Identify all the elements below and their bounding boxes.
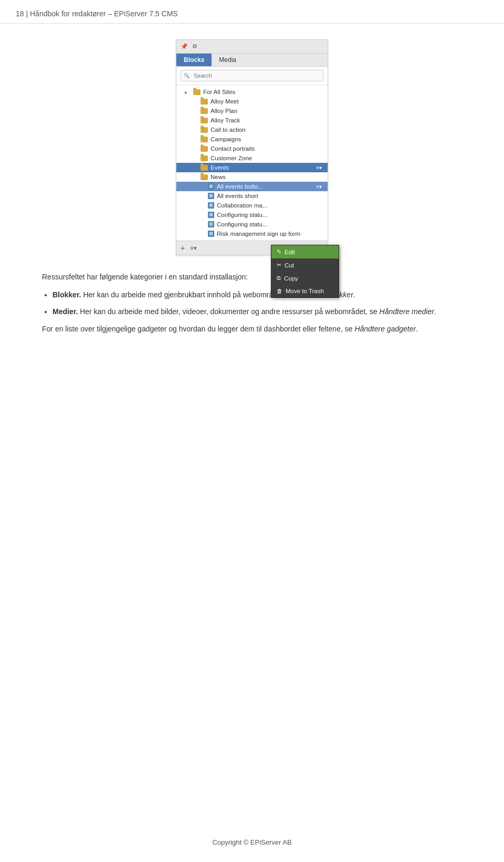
folder-icon (201, 137, 208, 142)
item-label: All events short (217, 193, 258, 199)
block-icon (208, 212, 214, 218)
context-menu-copy[interactable]: ⧉ Copy (271, 272, 339, 285)
context-edit-label: Edit (285, 249, 295, 255)
menu-button[interactable]: ≡▾ (190, 245, 196, 252)
tree-all-events-button[interactable]: All events butto... ≡▾ (176, 182, 328, 191)
cms-search-area (176, 67, 328, 85)
extra-italic: Håndtere gadgeter (354, 325, 416, 333)
folder-icon (201, 174, 208, 180)
tree-call-to-action[interactable]: Call to action (176, 125, 328, 134)
item-label: Contact portraits (211, 146, 255, 152)
context-menu: ✎ Edit ✂ Cut ⧉ Copy 🗑 Move to Trash (271, 245, 339, 298)
context-menu-trash[interactable]: 🗑 Move to Trash (271, 285, 339, 297)
folder-icon (201, 165, 208, 171)
page-footer: Copyright © EPiServer AB (0, 838, 504, 846)
item-label: Alloy Track (211, 117, 240, 123)
tree-configuring-1[interactable]: Configuring statu... (176, 210, 328, 220)
search-input[interactable] (181, 70, 323, 81)
item-label: Customer Zone (211, 155, 252, 161)
cut-icon: ✂ (277, 262, 281, 268)
page-title: 18 | Håndbok for redaktører – EPiServer … (16, 9, 178, 18)
page-header: 18 | Håndbok for redaktører – EPiServer … (0, 0, 504, 24)
folder-icon (201, 108, 208, 114)
expand-icon: ▸ (192, 165, 200, 171)
item-label: Risk management sign up form (217, 231, 300, 237)
block-icon (208, 231, 214, 237)
tree-alloy-track[interactable]: Alloy Track (176, 116, 328, 125)
tree-events[interactable]: ▸ Events ≡▾ (176, 163, 328, 172)
block-icon (208, 183, 214, 190)
cms-screenshot: 📌 ⚙ Blocks Media ▸ For All Sites (176, 39, 328, 255)
expand-icon: ▸ (185, 89, 192, 95)
item-label: Alloy Plan (211, 108, 237, 114)
tree-menu-btn[interactable]: ≡▾ (314, 184, 323, 190)
edit-icon: ✎ (277, 248, 281, 255)
tab-media[interactable]: Media (212, 54, 244, 66)
item-label: Configuring statu... (217, 212, 268, 218)
tree-alloy-meet[interactable]: Alloy Meet (176, 97, 328, 106)
gear-icon: ⚙ (192, 43, 197, 50)
search-wrapper (181, 70, 323, 81)
block-icon (208, 193, 214, 199)
folder-icon (201, 155, 208, 161)
tree-campaigns[interactable]: Campaigns (176, 134, 328, 144)
tree-configuring-2[interactable]: Configuring statu... (176, 220, 328, 229)
tree-news[interactable]: News (176, 172, 328, 182)
main-content: 📌 ⚙ Blocks Media ▸ For All Sites (0, 24, 504, 351)
add-button[interactable]: + (181, 244, 185, 252)
folder-icon (201, 99, 208, 105)
pin-icon: 📌 (181, 43, 188, 50)
folder-icon (201, 118, 208, 123)
copy-icon: ⧉ (277, 275, 281, 282)
tree-root[interactable]: ▸ For All Sites (176, 87, 328, 97)
context-copy-label: Copy (284, 275, 298, 282)
medier-italic: Håndtere medier (380, 307, 434, 316)
root-label: For All Sites (203, 89, 235, 95)
item-label: Alloy Meet (211, 98, 239, 105)
block-icon (208, 221, 214, 227)
tree-alloy-plan[interactable]: Alloy Plan (176, 106, 328, 116)
extra-text: For en liste over tilgjengelige gadgeter… (42, 325, 354, 333)
tree-menu-btn[interactable]: ≡▾ (314, 165, 323, 171)
item-label: All events butto... (217, 183, 263, 190)
bullet-list: Blokker. Her kan du arbeide med gjenbruk… (52, 289, 462, 318)
tree-all-events-short[interactable]: All events short (176, 191, 328, 201)
blokker-text: Her kan du arbeide med gjenbrukbart innh… (83, 290, 297, 299)
blokker-bold: Blokker. (52, 290, 81, 299)
list-item-medier: Medier. Her kan du arbeide med bilder, v… (52, 306, 462, 318)
trash-icon: 🗑 (277, 288, 282, 294)
item-label: Events (211, 164, 229, 171)
intro-paragraph: Ressursfeltet har følgende kategorier i … (42, 271, 462, 284)
root-folder-icon (193, 89, 201, 95)
item-label: Campaigns (211, 136, 241, 142)
item-label: Collaboration ma... (217, 202, 268, 209)
folder-icon (201, 146, 208, 152)
cms-tabs: Blocks Media (176, 54, 328, 67)
extra-paragraph: For en liste over tilgjengelige gadgeter… (42, 323, 462, 336)
tree-contact-portraits[interactable]: Contact portraits (176, 144, 328, 153)
context-menu-cut[interactable]: ✂ Cut (271, 258, 339, 272)
block-icon (208, 202, 214, 209)
cms-toolbar: 📌 ⚙ (176, 40, 328, 54)
context-cut-label: Cut (285, 262, 294, 268)
folder-icon (201, 127, 208, 133)
context-trash-label: Move to Trash (286, 288, 324, 294)
medier-bold: Medier. (52, 307, 78, 316)
tree-collaboration[interactable]: Collaboration ma... (176, 201, 328, 210)
context-menu-edit[interactable]: ✎ Edit (271, 245, 339, 258)
tree-customer-zone[interactable]: Customer Zone (176, 153, 328, 163)
item-label: Call to action (211, 127, 245, 133)
list-item-blokker: Blokker. Her kan du arbeide med gjenbruk… (52, 289, 462, 302)
tab-blocks[interactable]: Blocks (176, 54, 212, 66)
footer-text: Copyright © EPiServer AB (212, 838, 291, 846)
tree-risk-management[interactable]: Risk management sign up form (176, 229, 328, 238)
cms-tree: ▸ For All Sites Alloy Meet Alloy Plan A (176, 85, 328, 241)
medier-text: Her kan du arbeide med bilder, videoer, … (80, 307, 379, 316)
item-label: News (211, 174, 226, 180)
item-label: Configuring statu... (217, 221, 268, 227)
body-text: Ressursfeltet har følgende kategorier i … (42, 271, 462, 336)
